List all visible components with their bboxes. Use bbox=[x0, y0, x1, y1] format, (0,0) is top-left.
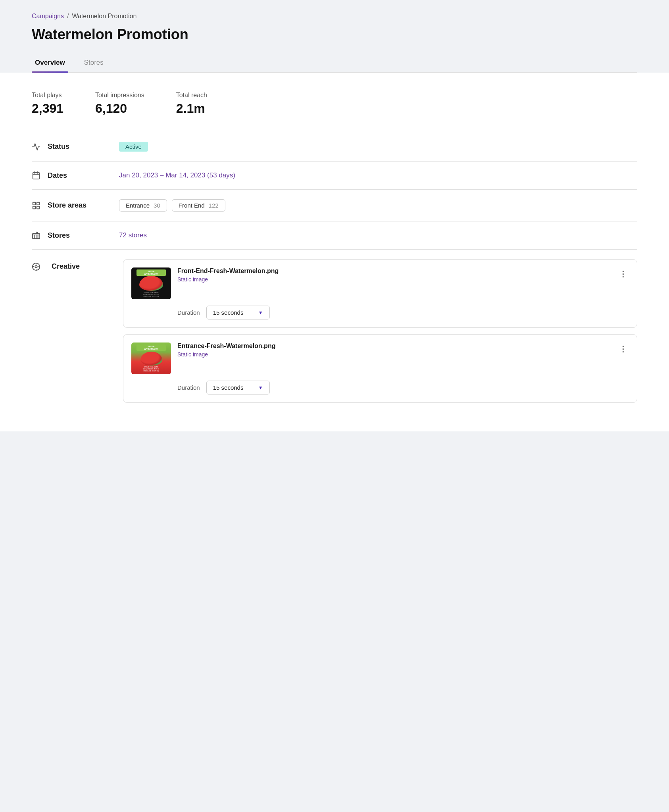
store-areas-icon bbox=[32, 201, 48, 210]
stat-impressions-label: Total impressions bbox=[95, 92, 144, 99]
creative-label: Creative bbox=[52, 262, 123, 271]
duration-label-entrance: Duration bbox=[177, 384, 200, 391]
store-areas-value: Entrance 30 Front End 122 bbox=[119, 199, 637, 212]
page-title: Watermelon Promotion bbox=[32, 26, 637, 43]
status-badge: Active bbox=[119, 142, 148, 152]
store-area-frontend: Front End 122 bbox=[172, 199, 225, 212]
stat-reach-value: 2.1m bbox=[176, 101, 207, 116]
tab-stores[interactable]: Stores bbox=[81, 54, 107, 72]
store-area-entrance-name: Entrance bbox=[126, 202, 150, 209]
content-section: Total plays 2,391 Total impressions 6,12… bbox=[0, 73, 669, 431]
dates-icon bbox=[32, 171, 48, 180]
stores-row: Stores 72 stores bbox=[32, 221, 637, 250]
svg-rect-5 bbox=[37, 202, 39, 204]
creative-info-frontend: Front-End-Fresh-Watermelon.png Static im… bbox=[177, 267, 611, 283]
duration-select-frontend[interactable]: 15 seconds ▼ bbox=[206, 306, 270, 319]
creative-filename-entrance: Entrance-Fresh-Watermelon.png bbox=[177, 343, 611, 350]
creative-icon-label: Creative bbox=[32, 259, 123, 271]
breadcrumb: Campaigns / Watermelon Promotion bbox=[32, 13, 637, 20]
creative-section: Creative FRESH WATERMELON bbox=[32, 250, 637, 412]
duration-value-entrance: 15 seconds bbox=[213, 384, 254, 391]
creative-more-button-entrance[interactable]: ⋮ bbox=[617, 343, 629, 355]
svg-rect-0 bbox=[33, 173, 40, 179]
stat-plays-label: Total plays bbox=[32, 92, 63, 99]
duration-select-entrance[interactable]: 15 seconds ▼ bbox=[206, 381, 270, 394]
status-icon bbox=[32, 142, 48, 151]
duration-dropdown-arrow-entrance: ▼ bbox=[258, 385, 263, 391]
store-areas-label: Store areas bbox=[48, 201, 119, 210]
duration-dropdown-arrow-frontend: ▼ bbox=[258, 310, 263, 316]
creative-type-entrance: Static image bbox=[177, 351, 611, 358]
stat-impressions-value: 6,120 bbox=[95, 101, 144, 116]
dates-label: Dates bbox=[48, 171, 119, 180]
stores-value[interactable]: 72 stores bbox=[119, 231, 637, 239]
stores-label: Stores bbox=[48, 231, 119, 240]
stat-total-reach: Total reach 2.1m bbox=[176, 92, 207, 116]
creative-type-frontend: Static image bbox=[177, 276, 611, 283]
stat-reach-label: Total reach bbox=[176, 92, 207, 99]
creative-card-entrance: FRESH WATERMELON GREAT DEALS ANDLOW PRIC… bbox=[123, 334, 637, 403]
creative-thumb-entrance: FRESH WATERMELON GREAT DEALS ANDLOW PRIC… bbox=[131, 343, 171, 374]
store-areas-row: Store areas Entrance 30 Front End 122 bbox=[32, 190, 637, 221]
creative-row: Creative FRESH WATERMELON bbox=[32, 259, 637, 403]
stat-plays-value: 2,391 bbox=[32, 101, 63, 116]
creative-card-entrance-top: FRESH WATERMELON GREAT DEALS ANDLOW PRIC… bbox=[131, 343, 629, 374]
breadcrumb-campaigns-link[interactable]: Campaigns bbox=[32, 13, 64, 20]
page-wrapper: Campaigns / Watermelon Promotion Waterme… bbox=[0, 0, 669, 812]
svg-point-14 bbox=[35, 266, 37, 268]
watermelon-art-front: FRESH WATERMELON GREAT DEALS ANDLOW PRIC… bbox=[131, 267, 171, 299]
header-section: Campaigns / Watermelon Promotion Waterme… bbox=[0, 0, 669, 73]
creative-cards: FRESH WATERMELON GREAT DEALS ANDLOW PRIC… bbox=[123, 259, 637, 403]
creative-card-frontend-top: FRESH WATERMELON GREAT DEALS ANDLOW PRIC… bbox=[131, 267, 629, 299]
stat-total-impressions: Total impressions 6,120 bbox=[95, 92, 144, 116]
status-label: Status bbox=[48, 142, 119, 151]
creative-card-frontend: FRESH WATERMELON GREAT DEALS ANDLOW PRIC… bbox=[123, 259, 637, 328]
creative-thumb-frontend: FRESH WATERMELON GREAT DEALS ANDLOW PRIC… bbox=[131, 267, 171, 299]
store-area-entrance-count: 30 bbox=[154, 202, 160, 209]
creative-reel-icon bbox=[32, 262, 48, 271]
store-areas-container: Entrance 30 Front End 122 bbox=[119, 199, 637, 212]
stores-icon bbox=[32, 231, 48, 240]
tab-overview[interactable]: Overview bbox=[32, 54, 68, 72]
dates-value: Jan 20, 2023 – Mar 14, 2023 (53 days) bbox=[119, 171, 637, 179]
breadcrumb-current: Watermelon Promotion bbox=[72, 13, 136, 20]
stats-row: Total plays 2,391 Total impressions 6,12… bbox=[32, 92, 637, 116]
svg-rect-7 bbox=[33, 206, 35, 208]
creative-more-button-frontend[interactable]: ⋮ bbox=[617, 267, 629, 280]
creative-filename-frontend: Front-End-Fresh-Watermelon.png bbox=[177, 267, 611, 275]
svg-rect-4 bbox=[33, 202, 35, 204]
status-value: Active bbox=[119, 142, 637, 152]
dates-row: Dates Jan 20, 2023 – Mar 14, 2023 (53 da… bbox=[32, 162, 637, 190]
svg-rect-6 bbox=[37, 206, 39, 208]
creative-duration-row-frontend: Duration 15 seconds ▼ bbox=[177, 306, 629, 319]
store-area-entrance: Entrance 30 bbox=[119, 199, 167, 212]
creative-info-entrance: Entrance-Fresh-Watermelon.png Static ima… bbox=[177, 343, 611, 358]
store-area-frontend-name: Front End bbox=[179, 202, 205, 209]
duration-label-frontend: Duration bbox=[177, 309, 200, 316]
status-row: Status Active bbox=[32, 132, 637, 162]
store-area-frontend-count: 122 bbox=[209, 202, 219, 209]
creative-duration-row-entrance: Duration 15 seconds ▼ bbox=[177, 381, 629, 394]
duration-value-frontend: 15 seconds bbox=[213, 309, 254, 316]
stat-total-plays: Total plays 2,391 bbox=[32, 92, 63, 116]
tabs-container: Overview Stores bbox=[32, 54, 637, 73]
breadcrumb-separator: / bbox=[67, 13, 69, 20]
